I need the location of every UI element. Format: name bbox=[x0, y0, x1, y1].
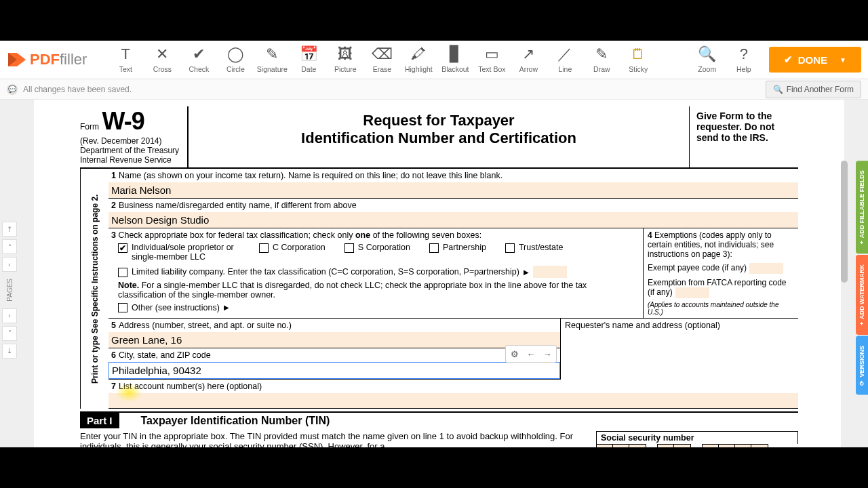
circle-tool-button[interactable]: ◯Circle bbox=[217, 41, 254, 79]
checkbox-trust[interactable] bbox=[505, 243, 515, 253]
line3-label: Check appropriate box for federal tax cl… bbox=[118, 230, 353, 240]
account-numbers-field[interactable] bbox=[108, 393, 798, 408]
page-prev-button[interactable]: ‹ bbox=[2, 257, 17, 272]
line-tool-button[interactable]: ／Line bbox=[547, 41, 583, 79]
line4-label: Exemptions (codes apply only to certain … bbox=[648, 230, 774, 259]
highlight-tool-button[interactable]: 🖍Highlight bbox=[400, 41, 437, 79]
sticky-icon: 🗒 bbox=[631, 46, 646, 62]
add-watermark-tab[interactable]: +ADD WATERMARK bbox=[856, 255, 868, 335]
city-state-zip-field[interactable]: Philadelphia, 90432 ⚙ ← → bbox=[108, 362, 560, 379]
form-header: Form W-9 (Rev. December 2014) Department… bbox=[80, 106, 798, 169]
checkbox-scorp[interactable] bbox=[344, 243, 354, 253]
chk-trust-label: Trust/estate bbox=[519, 243, 564, 252]
form-word: Form bbox=[80, 122, 99, 131]
cross-icon: ✕ bbox=[156, 46, 168, 62]
chevron-down-icon: ▼ bbox=[840, 56, 846, 64]
pages-label: PAGES bbox=[6, 279, 14, 302]
city-value: Philadelphia, 90432 bbox=[112, 365, 201, 376]
field-settings-button[interactable]: ⚙ bbox=[507, 347, 522, 361]
line2-label: Business name/disregarded entity name, i… bbox=[119, 201, 357, 210]
logo[interactable]: PDFfiller bbox=[7, 51, 87, 68]
part-i-title: Taxpayer Identification Number (TIN) bbox=[119, 415, 330, 427]
versions-tab[interactable]: ⟳VERSIONS bbox=[856, 336, 868, 395]
textbox-icon: ▭ bbox=[485, 46, 499, 62]
page-last-button[interactable]: ⤓ bbox=[2, 344, 17, 359]
line-icon: ／ bbox=[557, 46, 572, 62]
signature-icon: ✎ bbox=[266, 46, 278, 62]
checkbox-partnership[interactable] bbox=[429, 243, 439, 253]
ssn-input[interactable] bbox=[596, 444, 798, 447]
logo-icon bbox=[7, 52, 27, 68]
arrow-icon: ↗ bbox=[522, 46, 534, 62]
arrow-tool-button[interactable]: ↗Arrow bbox=[510, 41, 547, 79]
checkbox-ccorp[interactable] bbox=[259, 243, 269, 253]
part-i-badge: Part I bbox=[80, 413, 119, 428]
form-code: W-9 bbox=[102, 107, 144, 135]
form-revision: (Rev. December 2014) bbox=[80, 136, 182, 146]
field-next-button[interactable]: → bbox=[540, 347, 555, 361]
page-next-button[interactable]: › bbox=[2, 308, 17, 323]
highlight-icon: 🖍 bbox=[411, 46, 426, 62]
form-title-1: Request for Taxpayer bbox=[202, 112, 675, 129]
scroll-thumb[interactable] bbox=[841, 161, 848, 283]
cross-tool-button[interactable]: ✕Cross bbox=[144, 41, 180, 79]
picture-tool-button[interactable]: 🖼Picture bbox=[327, 41, 363, 79]
sticky-tool-button[interactable]: 🗒Sticky bbox=[620, 41, 656, 79]
signature-tool-button[interactable]: ✎Signature bbox=[254, 41, 290, 79]
help-icon: ? bbox=[740, 46, 748, 62]
page-navigation: ⤒ ˄ ‹ PAGES › ˅ ⤓ bbox=[0, 222, 19, 359]
business-name-field[interactable]: Nelson Design Studio bbox=[108, 212, 798, 228]
page-up-button[interactable]: ˄ bbox=[2, 239, 17, 254]
status-text: All changes have been saved. bbox=[23, 85, 132, 94]
exempt-payee-label: Exempt payee code (if any) bbox=[648, 263, 747, 272]
checkbox-individual[interactable] bbox=[118, 243, 127, 253]
textbox-tool-button[interactable]: ▭Text Box bbox=[473, 41, 510, 79]
side-tabs: +ADD FILLABLE FIELDS +ADD WATERMARK ⟳VER… bbox=[856, 161, 868, 395]
page-first-button[interactable]: ⤒ bbox=[2, 222, 17, 237]
blackout-tool-button[interactable]: ▊Blackout bbox=[437, 41, 473, 79]
name-field[interactable]: Maria Nelson bbox=[108, 182, 798, 198]
date-icon: 📅 bbox=[300, 46, 318, 62]
line7-label: List account number(s) here (optional) bbox=[119, 382, 262, 391]
form-sidebar-text: Print or type See Specific Instructions … bbox=[80, 169, 108, 409]
zoom-tool-button[interactable]: 🔍Zoom bbox=[689, 41, 726, 79]
exempt-fatca-field[interactable] bbox=[675, 287, 709, 298]
check-tool-button[interactable]: ✔Check bbox=[180, 41, 217, 79]
plus-icon: + bbox=[859, 322, 865, 325]
date-tool-button[interactable]: 📅Date bbox=[290, 41, 327, 79]
note-text: For a single-member LLC that is disregar… bbox=[118, 281, 587, 300]
add-fillable-tab[interactable]: +ADD FILLABLE FIELDS bbox=[856, 161, 868, 253]
form-dept1: Department of the Treasury bbox=[80, 146, 182, 155]
field-prev-button[interactable]: ← bbox=[524, 347, 538, 361]
logo-text-filler: filler bbox=[60, 51, 87, 68]
llc-classification-field[interactable] bbox=[533, 266, 567, 278]
triangle-icon: ▶ bbox=[524, 268, 529, 276]
form-dept2: Internal Revenue Service bbox=[80, 155, 182, 165]
checkbox-other[interactable] bbox=[118, 303, 127, 312]
plus-icon: + bbox=[859, 241, 865, 244]
checkbox-llc[interactable] bbox=[118, 268, 127, 277]
chk-other-label: Other (see instructions) bbox=[132, 303, 220, 312]
chat-icon: 💬 bbox=[7, 84, 18, 95]
form-instructions: Give Form to the requester. Do not send … bbox=[690, 106, 798, 167]
exempt-note: (Applies to accounts maintained outside … bbox=[648, 301, 794, 316]
erase-tool-button[interactable]: ⌫Erase bbox=[363, 41, 400, 79]
line3-one: one bbox=[355, 230, 370, 240]
status-bar: 💬 All changes have been saved. 🔍 Find An… bbox=[0, 79, 868, 100]
done-button[interactable]: DONE ▼ bbox=[769, 47, 861, 73]
draw-tool-button[interactable]: ✎Draw bbox=[583, 41, 620, 79]
done-label: DONE bbox=[798, 54, 827, 66]
find-form-button[interactable]: 🔍 Find Another Form bbox=[766, 81, 861, 98]
text-tool-button[interactable]: TText bbox=[107, 41, 144, 79]
check-icon bbox=[784, 54, 793, 66]
address-field[interactable]: Green Lane, 16 bbox=[108, 332, 560, 348]
help-tool-button[interactable]: ?Help bbox=[726, 41, 762, 79]
page-down-button[interactable]: ˅ bbox=[2, 326, 17, 341]
exempt-payee-field[interactable] bbox=[749, 263, 783, 274]
check-icon: ✔ bbox=[193, 46, 205, 62]
exempt-fatca-label: Exemption from FATCA reporting code (if … bbox=[648, 278, 787, 297]
vertical-scrollbar[interactable] bbox=[841, 161, 848, 447]
triangle-icon: ▶ bbox=[224, 304, 229, 311]
clock-icon: ⟳ bbox=[859, 380, 865, 386]
part-i-header: Part I Taxpayer Identification Number (T… bbox=[80, 411, 798, 428]
